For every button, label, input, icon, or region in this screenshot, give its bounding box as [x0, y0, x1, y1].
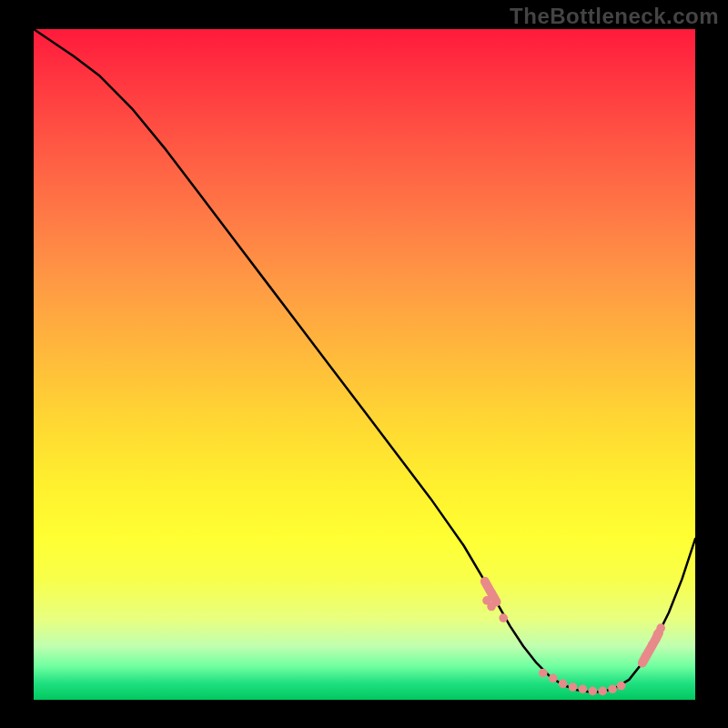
highlight-dot [656, 623, 665, 632]
highlight-dot [539, 669, 548, 678]
highlight-dot [579, 684, 588, 693]
highlight-dot [589, 687, 598, 696]
optimal-range-highlight [482, 581, 665, 695]
highlight-dot [598, 687, 607, 696]
highlight-dot [617, 682, 626, 691]
bottleneck-curve [34, 29, 695, 692]
highlight-dot [608, 684, 617, 693]
chart-svg [34, 29, 695, 700]
chart-frame: TheBottleneck.com [0, 0, 728, 728]
highlight-dot [549, 674, 558, 683]
highlight-dot [569, 682, 578, 692]
highlight-dot [648, 641, 657, 650]
highlight-dot [487, 602, 496, 612]
plot-area [34, 29, 695, 700]
highlight-dot [642, 652, 651, 661]
highlight-dot [559, 680, 568, 689]
attribution-text: TheBottleneck.com [510, 4, 719, 29]
highlight-dot [499, 613, 508, 622]
